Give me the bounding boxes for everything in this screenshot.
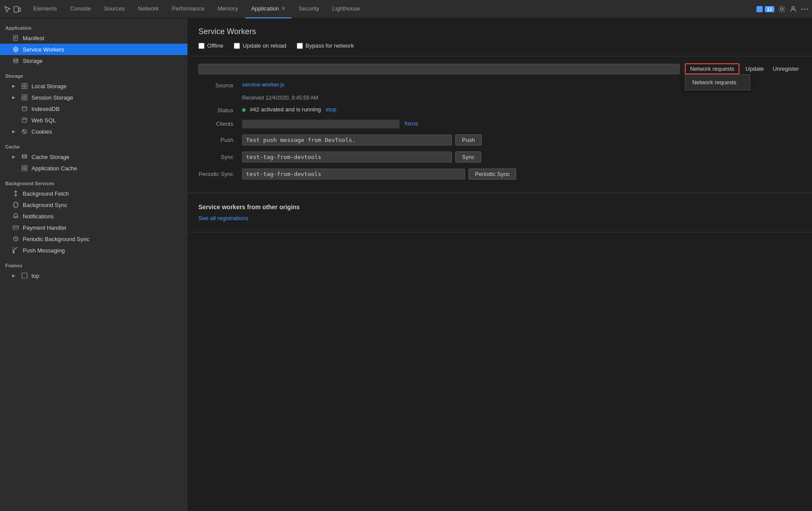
push-messaging-icon [12,247,19,254]
svg-point-29 [24,131,25,132]
svg-rect-18 [25,83,27,86]
push-input[interactable] [242,135,452,145]
source-link[interactable]: service-worker.js [242,81,285,88]
main-layout: Application Manifest [0,18,812,511]
bypass-label[interactable]: Bypass for network [297,42,354,49]
bg-section-header: Background Services [0,177,187,188]
sidebar-item-manifest[interactable]: Manifest [0,32,187,44]
sidebar-item-periodic-bg-sync[interactable]: Periodic Background Sync [0,233,187,245]
sidebar-item-app-cache[interactable]: ▶ Application Cache [0,162,187,174]
clients-value: focus [242,120,802,128]
svg-rect-22 [25,95,27,97]
sidebar-item-storage[interactable]: Storage [0,55,187,66]
periodic-bg-sync-icon [12,235,19,242]
more-icon[interactable] [801,5,809,13]
svg-rect-0 [14,7,18,12]
clients-label: Clients [198,120,242,127]
svg-point-43 [13,252,14,253]
arrow-icon: ▶ [12,129,17,134]
service-workers-icon [12,46,19,53]
other-origins-title: Service workers from other origins [198,204,802,211]
tab-memory[interactable]: Memory [212,0,244,18]
update-button[interactable]: Update [743,64,767,73]
network-requests-dropdown: Network requests [685,74,750,90]
arrow-icon: ▶ [12,95,17,100]
device-icon[interactable] [13,5,21,13]
tab-elements[interactable]: Elements [27,0,63,18]
see-all-registrations-link[interactable]: See all registrations [198,215,248,221]
cursor-icon[interactable] [3,5,11,13]
other-origins-section: Service workers from other origins See a… [188,193,812,232]
frame-icon [21,272,28,279]
info-icon [756,6,763,13]
update-on-reload-label[interactable]: Update on reload [234,42,286,49]
session-storage-icon [21,94,28,101]
payment-handler-icon [12,224,19,231]
sync-input[interactable] [242,152,452,162]
cache-storage-icon [21,153,28,160]
svg-rect-40 [13,226,18,229]
tab-performance[interactable]: Performance [166,0,210,18]
user-icon[interactable] [789,5,797,13]
worker-top-row: Network requests Network requests Update… [198,63,802,74]
source-label: Source [198,81,242,89]
tab-console[interactable]: Console [64,0,97,18]
push-button[interactable]: Push [455,135,482,145]
sidebar-item-cache-storage[interactable]: ▶ Cache Storage [0,151,187,162]
sidebar-item-frames-top[interactable]: ▶ top [0,270,187,281]
tab-lighthouse[interactable]: Lighthouse [326,0,366,18]
sidebar-item-session-storage[interactable]: ▶ Session Storage [0,92,187,103]
app-section-header: Application [0,22,187,32]
offline-checkbox-label[interactable]: Offline [198,42,223,49]
svg-point-25 [22,107,27,108]
tab-network[interactable]: Network [132,0,165,18]
svg-rect-19 [22,86,24,89]
svg-rect-20 [25,86,27,89]
periodic-sync-button[interactable]: Periodic Sync [468,169,516,180]
sidebar-item-bg-sync[interactable]: Background Sync [0,199,187,211]
sidebar-item-indexeddb[interactable]: ▶ IndexedDB [0,103,187,114]
sidebar-item-notifications[interactable]: Notifications [0,211,187,222]
unregister-button[interactable]: Unregister [770,64,802,73]
stop-link[interactable]: stop [326,106,337,113]
svg-rect-1 [19,8,21,11]
notification-badge[interactable]: 12 [765,6,774,12]
sidebar-item-push-messaging[interactable]: Push Messaging [0,245,187,256]
sidebar-item-payment-handler[interactable]: Payment Handler [0,222,187,233]
bypass-checkbox[interactable] [297,43,303,49]
cookies-icon [21,128,28,135]
status-text: #42 activated and is running [250,106,321,113]
svg-point-3 [781,8,783,10]
sidebar-item-websql[interactable]: ▶ Web SQL [0,114,187,126]
received-value: 12/4/2020, 8:45:59 AM [265,95,318,101]
network-requests-button[interactable]: Network requests [685,63,739,74]
close-tab-icon[interactable]: ✕ [281,6,285,11]
status-row: Status #42 activated and is running stop [198,106,802,114]
periodic-sync-label: Periodic Sync [198,171,242,177]
sidebar-item-local-storage[interactable]: ▶ Local Storage [0,80,187,92]
svg-point-32 [22,157,27,159]
svg-rect-38 [25,169,27,171]
svg-point-7 [807,8,808,10]
offline-checkbox[interactable] [198,43,205,49]
tab-sources[interactable]: Sources [98,0,131,18]
svg-rect-44 [22,273,27,278]
indexeddb-icon [21,105,28,112]
settings-icon[interactable] [778,5,786,13]
sync-button[interactable]: Sync [455,152,481,162]
received-row: Received 12/4/2020, 8:45:59 AM [242,95,802,101]
tab-security[interactable]: Security [292,0,325,18]
network-requests-dropdown-item[interactable]: Network requests [685,76,750,88]
tab-application[interactable]: Application ✕ [245,0,292,18]
focus-link[interactable]: focus [405,120,418,127]
svg-rect-2 [756,6,763,12]
tab-bar: Elements Console Sources Network Perform… [0,0,812,18]
arrow-icon: ▶ [12,155,17,159]
update-on-reload-checkbox[interactable] [234,43,240,49]
sw-options: Offline Update on reload Bypass for netw… [198,42,802,49]
sidebar-item-service-workers[interactable]: Service Workers [0,44,187,55]
svg-point-5 [802,8,803,10]
sidebar-item-bg-fetch[interactable]: Background Fetch [0,188,187,199]
periodic-sync-input[interactable] [242,169,465,180]
sidebar-item-cookies[interactable]: ▶ Cookies [0,126,187,137]
